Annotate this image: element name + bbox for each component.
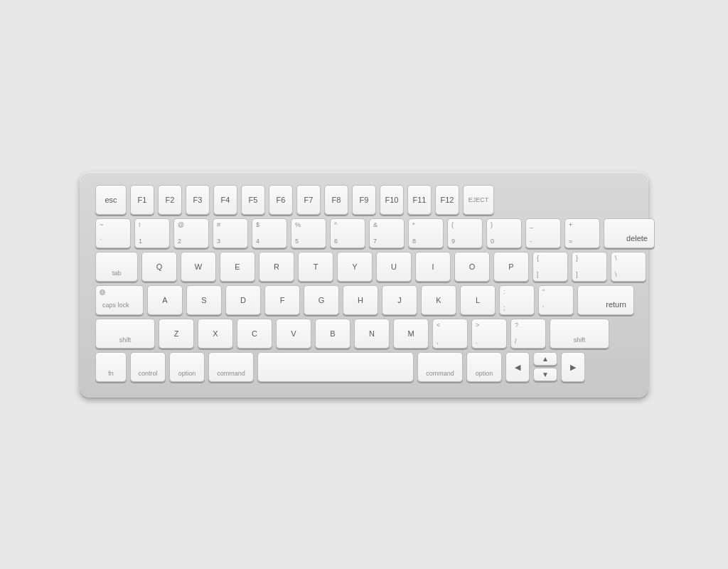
key-comma[interactable]: < , xyxy=(432,319,468,349)
zxcv-row: shift Z X C V B N M < , > . ? / shift xyxy=(95,319,633,349)
arrow-up-down-group: ▲ ▼ xyxy=(533,352,557,382)
key-m[interactable]: M xyxy=(393,319,429,349)
key-capslock[interactable]: caps lock xyxy=(95,285,144,315)
key-f4[interactable]: F4 xyxy=(213,185,237,215)
key-f5[interactable]: F5 xyxy=(241,185,265,215)
key-tab[interactable]: tab xyxy=(95,252,138,282)
key-fn[interactable]: fn xyxy=(95,352,127,382)
key-w[interactable]: W xyxy=(181,252,216,282)
key-control[interactable]: control xyxy=(130,352,166,382)
asdf-row: caps lock A S D F G H J K L : ; " ' retu… xyxy=(95,285,633,315)
key-k[interactable]: K xyxy=(421,285,456,315)
key-eject[interactable]: EJECT xyxy=(463,185,494,215)
key-open-bracket[interactable]: { [ xyxy=(532,252,568,282)
key-f6[interactable]: F6 xyxy=(269,185,293,215)
key-n[interactable]: N xyxy=(354,319,390,349)
key-g[interactable]: G xyxy=(304,285,339,315)
key-command-left[interactable]: command xyxy=(208,352,254,382)
key-u[interactable]: U xyxy=(376,252,412,282)
key-command-right[interactable]: command xyxy=(417,352,463,382)
keyboard: esc F1 F2 F3 F4 F5 F6 F7 xyxy=(80,172,648,398)
key-equals[interactable]: + = xyxy=(564,218,600,248)
key-f2[interactable]: F2 xyxy=(158,185,182,215)
key-arrow-down[interactable]: ▼ xyxy=(533,368,557,381)
key-i[interactable]: I xyxy=(415,252,451,282)
key-shift-right[interactable]: shift xyxy=(550,319,609,349)
key-f[interactable]: F xyxy=(264,285,300,315)
key-r[interactable]: R xyxy=(259,252,294,282)
key-5[interactable]: % 5 xyxy=(291,218,326,248)
key-f7[interactable]: F7 xyxy=(296,185,321,215)
key-f1[interactable]: F1 xyxy=(130,185,154,215)
key-arrow-left[interactable]: ◀ xyxy=(505,352,530,382)
capslock-indicator xyxy=(100,289,105,295)
key-s[interactable]: S xyxy=(186,285,222,315)
key-3[interactable]: # 3 xyxy=(213,218,248,248)
key-8[interactable]: * 8 xyxy=(408,218,444,248)
key-j[interactable]: J xyxy=(382,285,417,315)
key-z[interactable]: Z xyxy=(159,319,194,349)
key-esc[interactable]: esc xyxy=(95,185,127,215)
key-b[interactable]: B xyxy=(315,319,350,349)
key-f8[interactable]: F8 xyxy=(324,185,348,215)
key-f3[interactable]: F3 xyxy=(186,185,210,215)
key-delete[interactable]: delete xyxy=(604,218,655,248)
fn-row: esc F1 F2 F3 F4 F5 F6 F7 xyxy=(95,185,633,215)
key-e[interactable]: E xyxy=(220,252,255,282)
number-row: ~ ` ! 1 @ 2 # 3 $ 4 % 5 xyxy=(95,218,633,248)
key-quote[interactable]: " ' xyxy=(538,285,574,315)
keyboard-rows: esc F1 F2 F3 F4 F5 F6 F7 xyxy=(95,185,633,382)
bottom-row: fn control option command command option… xyxy=(95,352,633,382)
key-y[interactable]: Y xyxy=(337,252,373,282)
key-period[interactable]: > . xyxy=(471,319,507,349)
qwerty-row: tab Q W E R T Y U I O P { [ } ] \ \ xyxy=(95,252,633,282)
key-f12[interactable]: F12 xyxy=(435,185,459,215)
key-d[interactable]: D xyxy=(225,285,261,315)
key-1[interactable]: ! 1 xyxy=(134,218,170,248)
key-0[interactable]: ) 0 xyxy=(486,218,522,248)
key-p[interactable]: P xyxy=(493,252,529,282)
key-x[interactable]: X xyxy=(198,319,233,349)
key-q[interactable]: Q xyxy=(141,252,177,282)
key-arrow-up[interactable]: ▲ xyxy=(533,352,557,366)
key-arrow-right[interactable]: ▶ xyxy=(561,352,585,382)
key-tilde[interactable]: ~ ` xyxy=(95,218,131,248)
key-option-left[interactable]: option xyxy=(169,352,205,382)
key-6[interactable]: ^ 6 xyxy=(330,218,365,248)
key-l[interactable]: L xyxy=(460,285,496,315)
key-backslash[interactable]: \ \ xyxy=(611,252,646,282)
key-o[interactable]: O xyxy=(454,252,490,282)
key-slash[interactable]: ? / xyxy=(510,319,546,349)
key-minus[interactable]: _ - xyxy=(525,218,561,248)
key-4[interactable]: $ 4 xyxy=(252,218,287,248)
key-v[interactable]: V xyxy=(276,319,311,349)
key-f11[interactable]: F11 xyxy=(407,185,432,215)
key-shift-left[interactable]: shift xyxy=(95,319,155,349)
key-h[interactable]: H xyxy=(343,285,378,315)
key-space[interactable] xyxy=(257,352,414,382)
key-2[interactable]: @ 2 xyxy=(173,218,209,248)
key-option-right[interactable]: option xyxy=(466,352,502,382)
key-7[interactable]: & 7 xyxy=(369,218,405,248)
key-f10[interactable]: F10 xyxy=(380,185,404,215)
key-c[interactable]: C xyxy=(237,319,272,349)
key-close-bracket[interactable]: } ] xyxy=(572,252,607,282)
key-a[interactable]: A xyxy=(147,285,183,315)
key-9[interactable]: ( 9 xyxy=(447,218,483,248)
key-t[interactable]: T xyxy=(298,252,333,282)
key-semicolon[interactable]: : ; xyxy=(499,285,535,315)
key-return[interactable]: return xyxy=(577,285,634,315)
key-f9[interactable]: F9 xyxy=(352,185,376,215)
